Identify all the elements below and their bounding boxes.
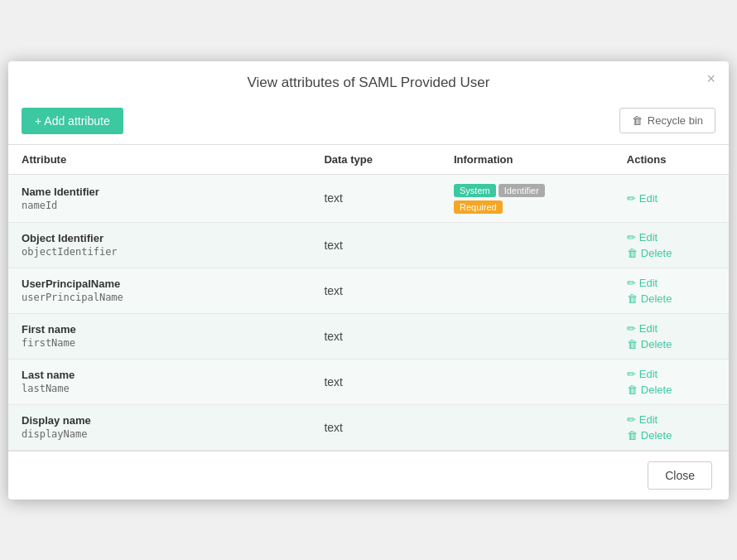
col-header-information: Information — [441, 145, 614, 175]
delete-action-button[interactable]: 🗑 Delete — [627, 292, 715, 305]
attribute-key: displayName — [22, 428, 297, 440]
attribute-actions: ✏ Edit🗑 Delete — [614, 404, 729, 450]
trash-icon: 🗑 — [627, 292, 638, 305]
attribute-name: Display name — [22, 414, 297, 427]
trash-icon: 🗑 — [627, 338, 638, 350]
attribute-key: lastName — [22, 383, 297, 394]
attribute-datatype: text — [311, 174, 441, 222]
attribute-info — [441, 404, 614, 450]
close-button[interactable]: Close — [648, 461, 712, 490]
toolbar: + Add attribute 🗑 Recycle bin — [8, 101, 729, 144]
attribute-datatype: text — [311, 404, 441, 450]
attribute-key: nameId — [22, 200, 297, 211]
attribute-info: SystemIdentifierRequired — [441, 174, 614, 222]
attribute-key: firstName — [22, 337, 297, 349]
attribute-actions: ✏ Edit🗑 Delete — [614, 313, 729, 359]
recycle-bin-label: Recycle bin — [648, 114, 703, 127]
col-header-actions: Actions — [614, 145, 729, 175]
attribute-info — [441, 313, 614, 359]
attribute-datatype: text — [311, 313, 441, 359]
edit-action-button[interactable]: ✏ Edit — [627, 192, 715, 205]
pencil-icon: ✏ — [627, 192, 636, 205]
trash-icon: 🗑 — [627, 384, 638, 396]
modal-title: View attributes of SAML Provided User — [248, 75, 490, 91]
pencil-icon: ✏ — [627, 413, 636, 426]
attribute-info — [441, 268, 614, 313]
edit-action-button[interactable]: ✏ Edit — [627, 368, 715, 380]
delete-action-button[interactable]: 🗑 Delete — [627, 384, 715, 396]
attributes-table: Attribute Data type Information Actions … — [8, 145, 729, 451]
modal-close-button[interactable]: × — [706, 71, 715, 86]
table-header-row: Attribute Data type Information Actions — [8, 145, 729, 175]
attribute-name: UserPrincipalName — [22, 278, 297, 290]
edit-action-button[interactable]: ✏ Edit — [627, 322, 715, 335]
modal: View attributes of SAML Provided User × … — [8, 61, 729, 500]
attribute-datatype: text — [311, 268, 441, 313]
attribute-actions: ✏ Edit🗑 Delete — [614, 359, 729, 404]
trash-icon: 🗑 — [627, 247, 638, 259]
attribute-name: Name Identifier — [22, 186, 297, 198]
badge-identifier: Identifier — [499, 184, 545, 197]
table-row: Name Identifier nameId textSystemIdentif… — [8, 174, 729, 222]
badge-required: Required — [454, 200, 503, 214]
attribute-actions: ✏ Edit🗑 Delete — [614, 222, 729, 268]
attribute-name: Object Identifier — [22, 232, 297, 244]
col-header-datatype: Data type — [311, 145, 441, 175]
attribute-actions: ✏ Edit — [614, 174, 729, 222]
attribute-actions: ✏ Edit🗑 Delete — [614, 268, 729, 313]
modal-footer: Close — [8, 451, 729, 500]
col-header-attribute: Attribute — [8, 145, 311, 175]
attribute-datatype: text — [311, 359, 441, 404]
trash-icon: 🗑 — [627, 429, 638, 442]
attribute-key: objectIdentifier — [22, 246, 297, 258]
modal-overlay: View attributes of SAML Provided User × … — [0, 0, 737, 560]
attribute-name: First name — [22, 323, 297, 336]
badge-system: System — [454, 184, 496, 197]
table-row: Display name displayName text✏ Edit🗑 Del… — [8, 404, 729, 450]
modal-header: View attributes of SAML Provided User × — [8, 61, 729, 101]
delete-action-button[interactable]: 🗑 Delete — [627, 247, 715, 259]
pencil-icon: ✏ — [627, 368, 636, 380]
pencil-icon: ✏ — [627, 231, 636, 244]
attribute-key: userPrincipalName — [22, 292, 297, 303]
table-row: Last name lastName text✏ Edit🗑 Delete — [8, 359, 729, 404]
delete-action-button[interactable]: 🗑 Delete — [627, 338, 715, 350]
attribute-info — [441, 359, 614, 404]
add-attribute-button[interactable]: + Add attribute — [22, 108, 123, 134]
table-row: UserPrincipalName userPrincipalName text… — [8, 268, 729, 313]
pencil-icon: ✏ — [627, 322, 636, 335]
delete-action-button[interactable]: 🗑 Delete — [627, 429, 715, 442]
attribute-name: Last name — [22, 369, 297, 381]
pencil-icon: ✏ — [627, 277, 636, 289]
edit-action-button[interactable]: ✏ Edit — [627, 413, 715, 426]
trash-icon: 🗑 — [632, 114, 643, 127]
edit-action-button[interactable]: ✏ Edit — [627, 277, 715, 289]
edit-action-button[interactable]: ✏ Edit — [627, 231, 715, 244]
table-row: Object Identifier objectIdentifier text✏… — [8, 222, 729, 268]
recycle-bin-button[interactable]: 🗑 Recycle bin — [619, 108, 715, 133]
attributes-table-container: Attribute Data type Information Actions … — [8, 144, 729, 451]
table-row: First name firstName text✏ Edit🗑 Delete — [8, 313, 729, 359]
attribute-info — [441, 222, 614, 268]
attribute-datatype: text — [311, 222, 441, 268]
